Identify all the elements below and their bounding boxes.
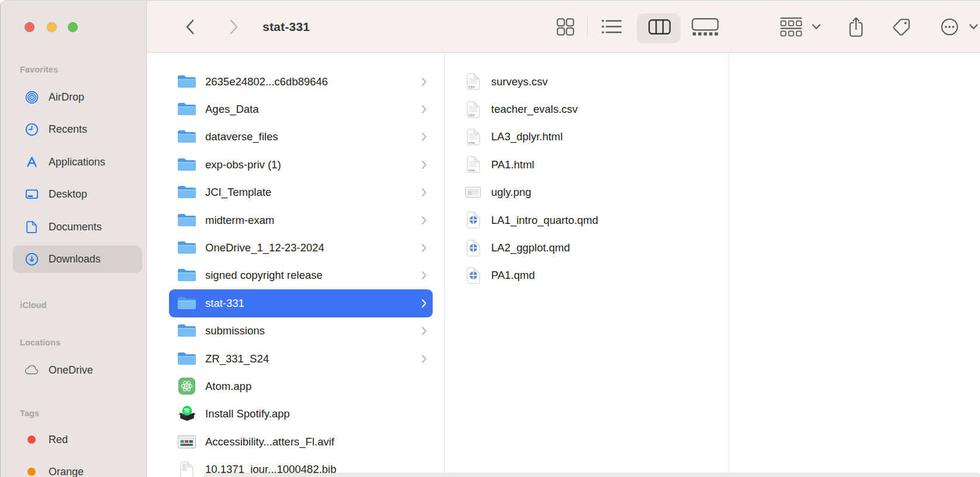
horizontal-scrollbar-thumb[interactable]	[204, 473, 980, 477]
file-row[interactable]: Ages_Data	[169, 95, 433, 123]
file-row[interactable]: Accessibility...atters_Fl.avif	[169, 428, 433, 455]
column-1: 2635e24802...c6db89646 Ages_Data dataver…	[147, 53, 445, 477]
file-name: surveys.csv	[491, 75, 548, 88]
folder-icon	[177, 74, 196, 89]
group-items-button[interactable]	[780, 17, 802, 37]
download-circle-icon	[24, 251, 39, 267]
file-row[interactable]: signed copyright release	[169, 262, 433, 289]
quarto-file-icon	[465, 240, 481, 257]
sidebar-section-favorites: Favorites	[20, 63, 58, 76]
sidebar-item-label: OneDrive	[49, 364, 93, 376]
sidebar-item-onedrive[interactable]: OneDrive	[1, 360, 147, 381]
sidebar: Favorites AirDrop Recents	[1, 1, 147, 477]
back-button[interactable]	[185, 19, 195, 34]
sidebar-item-tag-red[interactable]: Red	[1, 429, 147, 450]
sidebar-item-applications[interactable]: Applications	[1, 151, 147, 172]
sidebar-item-desktop[interactable]: Desktop	[1, 184, 147, 205]
close-button[interactable]	[25, 22, 34, 32]
file-row[interactable]: HTML LA3_dplyr.html	[445, 123, 729, 151]
cloud-icon	[24, 362, 39, 378]
tag-button[interactable]	[891, 16, 912, 37]
svg-text:HTML: HTML	[468, 141, 476, 144]
sidebar-item-airdrop[interactable]: AirDrop	[1, 87, 147, 108]
more-options-button[interactable]	[940, 18, 959, 36]
file-name: PA1.qmd	[491, 269, 535, 282]
toolbar: stat-331	[147, 1, 980, 53]
sidebar-item-documents[interactable]: Documents	[1, 216, 147, 237]
toolbar-separator	[587, 16, 588, 38]
desktop-icon	[24, 186, 39, 202]
file-row[interactable]: ugly.png	[445, 179, 729, 206]
svg-text:HTML: HTML	[468, 170, 476, 172]
file-row[interactable]: submissions	[169, 317, 433, 345]
sidebar-item-label: Orange	[49, 466, 84, 477]
html-file-icon: HTML	[465, 156, 481, 173]
file-row[interactable]: Install Spotify.app	[169, 400, 433, 428]
file-name: Atom.app	[205, 380, 251, 393]
file-row[interactable]: PA1.qmd	[445, 262, 729, 289]
group-dropdown-chevron-icon[interactable]	[812, 24, 821, 30]
file-row-selected[interactable]: stat-331	[169, 289, 433, 317]
folder-icon	[177, 185, 196, 200]
gallery-view-button[interactable]	[692, 18, 719, 36]
csv-file-icon: CSV	[465, 101, 481, 118]
icon-view-button[interactable]	[557, 18, 574, 36]
chevron-right-icon	[422, 299, 427, 307]
file-row[interactable]: 2635e24802...c6db89646	[169, 68, 433, 95]
file-row[interactable]: LA2_ggplot.qmd	[445, 234, 729, 261]
sidebar-item-tag-orange[interactable]: Orange	[1, 461, 147, 477]
file-name: JCI_Template	[205, 186, 271, 199]
file-row[interactable]: CSV teacher_evals.csv	[445, 95, 729, 123]
file-browser-columns: 2635e24802...c6db89646 Ages_Data dataver…	[147, 53, 980, 477]
chevron-right-icon	[422, 354, 427, 363]
file-name: LA2_ggplot.qmd	[491, 241, 570, 254]
window-title: stat-331	[263, 1, 310, 53]
forward-button[interactable]	[229, 19, 239, 34]
spotify-installer-icon	[177, 405, 196, 423]
chevron-right-icon	[422, 160, 427, 169]
share-button[interactable]	[847, 16, 865, 37]
file-row[interactable]: LA1_intro_quarto.qmd	[445, 206, 729, 234]
sidebar-section-tags: Tags	[20, 407, 39, 420]
image-thumbnail-icon	[465, 186, 481, 199]
file-name: 2635e24802...c6db89646	[205, 75, 328, 88]
file-name: exp-obs-priv (1)	[205, 158, 281, 171]
file-row[interactable]: HTML PA1.html	[445, 151, 729, 178]
zoom-button[interactable]	[68, 22, 78, 32]
column-2: CSV surveys.csv CSV teacher_evals.csv HT…	[445, 53, 729, 477]
file-row[interactable]: JCI_Template	[169, 179, 433, 206]
file-row[interactable]: midterm-exam	[169, 206, 433, 234]
sidebar-item-label: Recents	[49, 123, 87, 136]
file-row[interactable]: dataverse_files	[169, 123, 433, 151]
sidebar-item-recents[interactable]: Recents	[1, 119, 147, 140]
orange-tag-icon	[24, 464, 39, 477]
folder-icon	[177, 213, 196, 228]
list-view-button[interactable]	[602, 19, 622, 34]
file-name: signed copyright release	[205, 269, 323, 282]
file-name: ZR_331_S24	[205, 352, 269, 365]
file-row[interactable]: ZR_331_S24	[169, 345, 433, 372]
minimize-button[interactable]	[47, 22, 57, 32]
folder-icon	[177, 157, 196, 172]
folder-icon	[177, 268, 196, 283]
file-name: LA3_dplyr.html	[491, 130, 563, 143]
file-row[interactable]: Atom.app	[169, 372, 433, 400]
file-name: OneDrive_1_12-23-2024	[205, 241, 325, 254]
column-3-empty	[729, 53, 980, 477]
file-name: Accessibility...atters_Fl.avif	[205, 435, 334, 448]
column-view-button[interactable]	[648, 19, 671, 34]
file-name: ugly.png	[491, 186, 532, 199]
more-dropdown-chevron-icon[interactable]	[969, 24, 978, 30]
file-name: midterm-exam	[205, 214, 274, 227]
file-name: stat-331	[205, 297, 244, 310]
file-row[interactable]: OneDrive_1_12-23-2024	[169, 234, 433, 261]
chevron-right-icon	[422, 327, 427, 336]
sidebar-item-downloads[interactable]: Downloads	[1, 248, 147, 269]
file-row[interactable]: CSV surveys.csv	[445, 68, 729, 95]
folder-icon	[177, 351, 196, 367]
file-name: Install Spotify.app	[205, 407, 290, 420]
chevron-right-icon	[422, 133, 427, 141]
file-name: dataverse_files	[205, 130, 278, 143]
file-name: PA1.html	[491, 158, 534, 171]
file-row[interactable]: exp-obs-priv (1)	[169, 151, 433, 178]
